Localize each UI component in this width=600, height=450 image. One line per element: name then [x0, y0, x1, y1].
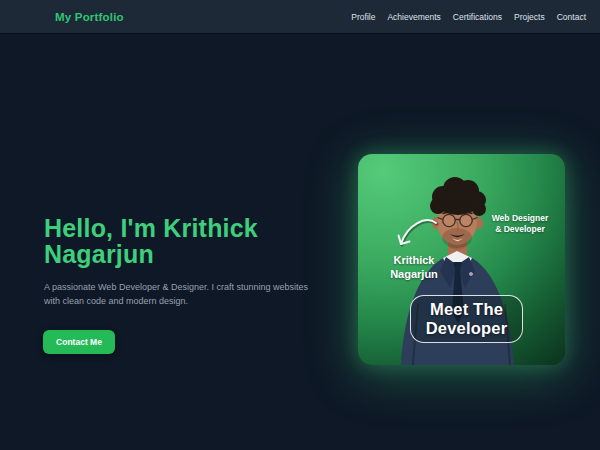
main-nav: Profile Achievements Certifications Proj…	[351, 12, 586, 22]
nav-link-projects[interactable]: Projects	[514, 12, 545, 22]
card-name-text: Krithick Nagarjun	[369, 253, 459, 281]
nav-link-certifications[interactable]: Certifications	[453, 12, 502, 22]
card-role-text: Web Designer & Developer	[489, 213, 551, 235]
meet-the-developer-badge: Meet The Developer	[410, 295, 523, 343]
curved-arrow-icon	[396, 218, 442, 256]
nav-link-profile[interactable]: Profile	[351, 12, 375, 22]
nav-link-contact[interactable]: Contact	[557, 12, 586, 22]
site-logo[interactable]: My Portfolio	[55, 11, 124, 23]
developer-photo-card: Web Designer & Developer Krithick Nagarj…	[358, 154, 565, 365]
card-name-line2: Nagarjun	[369, 267, 459, 281]
hero-section: Hello, I'm Krithick Nagarjun A passionat…	[0, 33, 600, 450]
top-navigation-bar: My Portfolio Profile Achievements Certif…	[0, 0, 600, 33]
card-role-line1: Web Designer	[489, 213, 551, 224]
badge-line2: Developer	[426, 319, 508, 338]
nav-link-achievements[interactable]: Achievements	[387, 12, 440, 22]
card-role-line2: & Developer	[489, 224, 551, 235]
badge-line1: Meet The	[430, 300, 503, 319]
hero-heading: Hello, I'm Krithick Nagarjun	[44, 215, 316, 267]
contact-me-button[interactable]: Contact Me	[43, 330, 115, 354]
hero-description: A passionate Web Developer & Designer. I…	[44, 280, 308, 308]
card-name-line1: Krithick	[369, 253, 459, 267]
